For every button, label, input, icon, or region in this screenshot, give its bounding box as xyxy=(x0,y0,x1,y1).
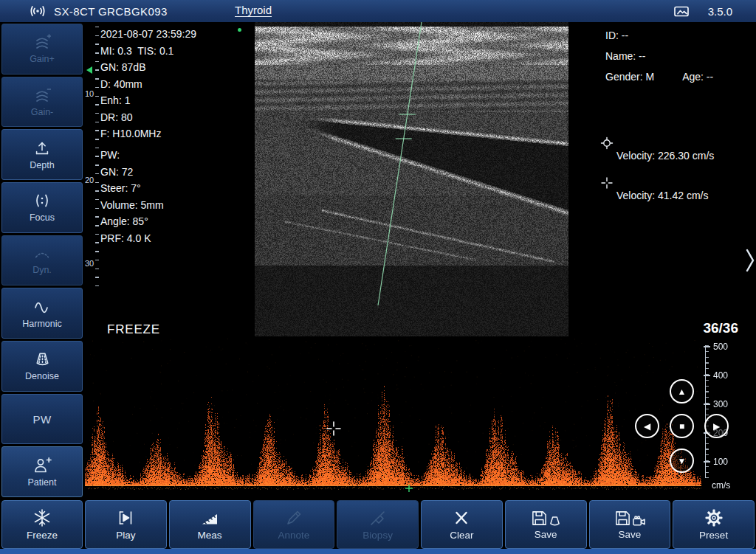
clear-x-icon xyxy=(452,508,471,527)
gain-plus-icon xyxy=(33,33,51,51)
preset-name-link[interactable]: Thyroid xyxy=(235,4,272,16)
depth-tick-10: 10 xyxy=(85,89,94,98)
play-icon xyxy=(116,508,135,527)
spectrum-cursor-crosshair xyxy=(326,421,341,439)
patient-gender: Gender: M xyxy=(605,66,654,87)
bottom-accent-strip xyxy=(0,549,756,554)
nav-left-button[interactable]: ◀ xyxy=(635,414,659,438)
depth-ruler: 10 20 30 xyxy=(85,22,103,291)
depth-icon xyxy=(33,139,51,157)
ultrasound-app: SX-8CT GRCBGK093 Thyroid 3.5.0 Gain+ xyxy=(0,0,756,554)
device-id: SX-8CT GRCBGK093 xyxy=(54,5,168,18)
pw-parameters: PW: GN: 72 Steer: 7° Volume: 5mm Angle: … xyxy=(100,147,164,246)
nav-stop-button[interactable]: ■ xyxy=(670,414,694,438)
param-enhance: Enh: 1 xyxy=(100,92,196,109)
freeze-status-label: FREEZE xyxy=(107,322,160,337)
up-triangle-icon: ▲ xyxy=(678,387,687,396)
nav-up-button[interactable]: ▲ xyxy=(670,379,694,404)
clear-button[interactable]: Clear xyxy=(421,500,503,549)
snowflake-icon xyxy=(32,508,52,527)
denoise-label: Denoise xyxy=(25,371,59,381)
save-video-label: Save xyxy=(618,529,641,540)
imaging-parameters: 2021-08-07 23:59:29 MI: 0.3 TIS: 0.1 GN:… xyxy=(100,26,196,142)
pw-volume: Volume: 5mm xyxy=(100,197,164,214)
harmonic-wave-icon xyxy=(32,298,52,316)
play-button[interactable]: Play xyxy=(85,500,167,549)
down-triangle-icon: ▼ xyxy=(678,457,687,465)
annotate-label: Annote xyxy=(278,530,309,541)
orientation-marker-dot xyxy=(238,28,241,32)
focus-label: Focus xyxy=(30,212,55,223)
pw-prf: PRF: 4.0 K xyxy=(100,230,164,247)
depth-button[interactable]: Depth xyxy=(1,129,83,180)
expand-panel-chevron-icon[interactable] xyxy=(746,249,755,272)
play-label: Play xyxy=(116,530,135,541)
measurement-target-icon xyxy=(600,136,614,150)
top-status-bar: SX-8CT GRCBGK093 Thyroid 3.5.0 xyxy=(0,0,756,22)
scale-unit: cm/s xyxy=(712,480,730,491)
gain-plus-button[interactable]: Gain+ xyxy=(1,24,83,75)
freeze-label: Freeze xyxy=(27,530,58,541)
pw-title: PW: xyxy=(100,147,164,164)
depth-label: Depth xyxy=(30,160,54,170)
bmode-image[interactable] xyxy=(255,22,568,336)
velocity-readout-1: Velocity: 226.30 cm/s xyxy=(616,150,714,162)
gear-icon xyxy=(704,508,724,527)
pw-mode-label: PW xyxy=(32,413,51,426)
measure-label: Meas xyxy=(198,530,222,541)
nav-down-button[interactable]: ▼ xyxy=(670,449,694,473)
save-image-button[interactable]: Save xyxy=(505,500,587,549)
focus-depth-marker[interactable] xyxy=(86,66,92,74)
measure-button[interactable]: Meas xyxy=(169,500,251,549)
probe-signal-icon xyxy=(30,5,46,17)
screenshot-icon[interactable] xyxy=(674,6,689,17)
harmonic-button[interactable]: Harmonic xyxy=(1,288,83,339)
preset-button[interactable]: Preset xyxy=(673,500,755,549)
param-depth: D: 40mm xyxy=(100,76,196,93)
depth-tick-30: 30 xyxy=(85,259,94,268)
pencil-icon xyxy=(284,508,303,527)
right-triangle-icon: ▶ xyxy=(713,422,720,431)
param-frequency: F: H10.0MHz xyxy=(100,125,196,142)
annotate-button[interactable]: Annote xyxy=(253,500,335,549)
stop-square-icon: ■ xyxy=(679,422,684,431)
pw-mode-button[interactable]: PW xyxy=(1,394,83,445)
gain-minus-icon xyxy=(33,86,51,104)
param-dynamic-range: DR: 80 xyxy=(100,109,196,126)
dynamic-range-icon xyxy=(33,246,51,262)
save-video-icon xyxy=(614,510,645,527)
harmonic-label: Harmonic xyxy=(22,319,62,329)
patient-id: ID: -- xyxy=(605,25,713,46)
left-triangle-icon: ◀ xyxy=(644,422,650,431)
gain-minus-label: Gain- xyxy=(31,107,54,117)
patient-icon xyxy=(32,457,52,474)
nav-right-button[interactable]: ▶ xyxy=(704,414,729,438)
patient-button[interactable]: Patient xyxy=(1,446,83,497)
dynamic-range-label: Dyn. xyxy=(32,265,52,275)
bmode-section: 2021-08-07 23:59:29 MI: 0.3 TIS: 0.1 GN:… xyxy=(85,22,756,338)
patient-age: Age: -- xyxy=(682,66,713,87)
patient-info-block: ID: -- Name: -- Gender: M Age: -- xyxy=(605,25,713,87)
caliper-icon xyxy=(200,508,219,527)
pw-steer: Steer: 7° xyxy=(100,180,164,197)
param-mi-tis: MI: 0.3 TIS: 0.1 xyxy=(100,43,196,60)
biopsy-needle-icon xyxy=(368,508,388,527)
focus-button[interactable]: Focus xyxy=(1,182,83,233)
biopsy-button[interactable]: Biopsy xyxy=(337,500,419,549)
dynamic-range-button[interactable]: Dyn. xyxy=(1,235,83,286)
gain-minus-button[interactable]: Gain- xyxy=(1,77,83,128)
save-image-icon xyxy=(531,510,560,527)
depth-ruler-ticks xyxy=(95,27,99,286)
measurement-cross-icon xyxy=(600,176,614,190)
frame-counter: 36/36 xyxy=(703,320,738,336)
doppler-spectrum[interactable] xyxy=(85,338,701,500)
baseline-marker-icon xyxy=(405,482,413,495)
topbar-right: 3.5.0 xyxy=(674,0,732,22)
freeze-button[interactable]: Freeze xyxy=(1,500,83,549)
param-gain: GN: 87dB xyxy=(100,59,196,76)
save-video-button[interactable]: Save xyxy=(589,500,671,549)
save-image-label: Save xyxy=(535,529,557,540)
focus-icon xyxy=(33,192,51,210)
velocity-readout-2: Velocity: 41.42 cm/s xyxy=(616,190,709,201)
denoise-button[interactable]: Denoise xyxy=(1,341,83,392)
